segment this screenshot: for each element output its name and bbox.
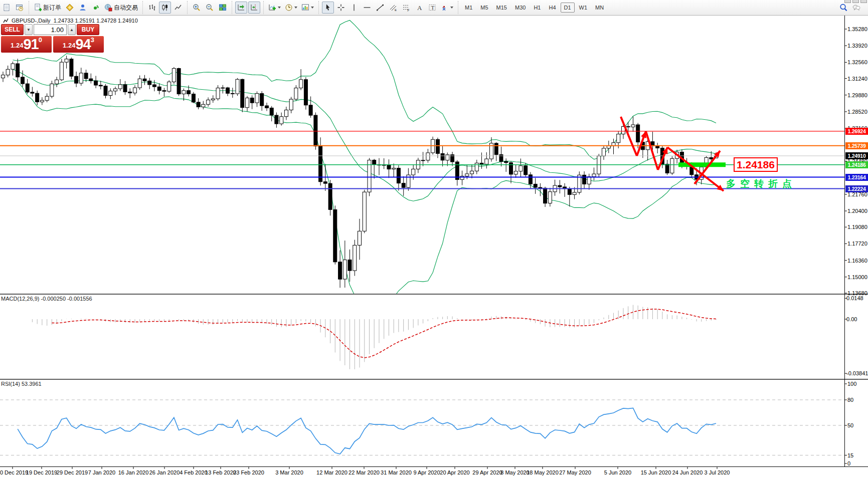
- mql5-community-icon[interactable]: [77, 2, 89, 14]
- svg-text:T: T: [431, 5, 435, 11]
- turning-point-annotation[interactable]: 多空转折点: [726, 177, 796, 190]
- zoom-out-button[interactable]: [204, 2, 216, 14]
- equidistant-channel-button[interactable]: E: [387, 2, 399, 14]
- svg-text:20 Apr 2020: 20 Apr 2020: [440, 469, 469, 475]
- macd-rsi-separator[interactable]: [0, 379, 868, 380]
- toolbar-group-file: [0, 1, 29, 14]
- new-order-button[interactable]: 新订单: [32, 2, 63, 14]
- buy-price-pip: 3: [91, 37, 94, 43]
- dropdown-caret-icon[interactable]: [311, 7, 314, 9]
- timeframe-h1-button[interactable]: H1: [530, 3, 544, 13]
- vertical-line-button[interactable]: [348, 2, 360, 14]
- timeframe-m1-button[interactable]: M1: [461, 3, 476, 13]
- svg-text:F: F: [408, 9, 410, 12]
- volume-input[interactable]: [34, 24, 67, 35]
- timeframe-mn-button[interactable]: MN: [592, 3, 607, 13]
- price-badge-1.24186: 1.24186: [845, 161, 868, 168]
- svg-text:18 May 2020: 18 May 2020: [527, 469, 559, 475]
- trendline-button[interactable]: [374, 2, 386, 14]
- autotrading-button-glyph: [104, 4, 112, 12]
- search-icon-glyph: [839, 4, 847, 12]
- zoom-out-button-glyph: [206, 4, 214, 12]
- price-badge-1.26924: 1.26924: [845, 128, 868, 135]
- fibonacci-button[interactable]: F: [400, 2, 412, 14]
- dropdown-caret-icon[interactable]: [278, 7, 281, 9]
- sell-price-pip: 0: [39, 37, 42, 43]
- horizontal-line-button[interactable]: [361, 2, 373, 14]
- svg-text:1.20400: 1.20400: [847, 208, 867, 214]
- text-button[interactable]: A: [413, 2, 425, 14]
- search-icon[interactable]: [837, 2, 849, 14]
- label-button[interactable]: T: [426, 2, 438, 14]
- periods-button[interactable]: [283, 2, 299, 14]
- svg-text:1.19080: 1.19080: [847, 224, 867, 230]
- chart-shift-button-glyph: [250, 4, 258, 12]
- restore-button[interactable]: [852, 0, 859, 3]
- chat-icon[interactable]: [850, 2, 862, 14]
- volume-down-button[interactable]: ▼: [25, 24, 33, 35]
- main-macd-separator[interactable]: [0, 294, 868, 295]
- line-chart-button[interactable]: [172, 2, 184, 14]
- price-level-annotation[interactable]: 1.24186: [734, 157, 778, 172]
- bar-chart-button[interactable]: [146, 2, 158, 14]
- svg-text:24 Jun 2020: 24 Jun 2020: [672, 469, 703, 475]
- svg-text:29 Apr 2020: 29 Apr 2020: [472, 469, 502, 475]
- bar-chart-button-glyph: [148, 4, 156, 12]
- macd-label: MACD(12,26,9) -0.000250 -0.001556: [1, 296, 92, 302]
- svg-text:1.28520: 1.28520: [847, 109, 867, 115]
- candlestick-button-glyph: [161, 4, 169, 12]
- volume-up-button[interactable]: ▲: [68, 24, 76, 35]
- timeframe-m30-button[interactable]: M30: [511, 3, 529, 13]
- chart-shift-button[interactable]: [248, 2, 260, 14]
- toolbar-group-zoom: [187, 1, 232, 14]
- rsi-label: RSI(14) 53.3961: [1, 381, 42, 387]
- metaeditor-icon[interactable]: [64, 2, 76, 14]
- svg-text:19 Dec 2019: 19 Dec 2019: [26, 469, 57, 475]
- arrows-button[interactable]: [439, 2, 455, 14]
- timeframe-d1-button[interactable]: D1: [561, 3, 575, 13]
- profiles-icon-glyph: [16, 4, 24, 12]
- crosshair-button[interactable]: [335, 2, 347, 14]
- tile-windows-button[interactable]: [217, 2, 229, 14]
- new-chart-icon-glyph: [3, 4, 11, 12]
- indicators-button[interactable]: [267, 2, 282, 14]
- signals-icon[interactable]: [90, 2, 102, 14]
- window-controls: [844, 0, 867, 3]
- buy-price-display[interactable]: 1.24943: [53, 36, 104, 53]
- toolbar-group-chart-type: [142, 1, 187, 14]
- sell-button[interactable]: SELL: [1, 24, 24, 35]
- minimize-button[interactable]: [844, 0, 851, 3]
- auto-scroll-button[interactable]: [235, 2, 247, 14]
- buy-button[interactable]: BUY: [77, 24, 99, 35]
- sell-price-display[interactable]: 1.24910: [1, 36, 52, 53]
- templates-button[interactable]: [300, 2, 315, 14]
- sell-price-big: 91: [23, 37, 38, 52]
- dropdown-caret-icon[interactable]: [294, 7, 297, 9]
- svg-text:1.32560: 1.32560: [847, 59, 867, 65]
- timeframe-m5-button[interactable]: M5: [477, 3, 491, 13]
- label-button-glyph: T: [428, 4, 436, 12]
- autotrading-button[interactable]: 自动交易: [103, 2, 139, 14]
- cursor-button[interactable]: [322, 2, 334, 14]
- one-click-trading-panel: SELL ▼ ▲ BUY 1.24910 1.24943: [1, 24, 104, 53]
- timeframe-m15-button[interactable]: M15: [493, 3, 510, 13]
- arrows-button-glyph: [441, 4, 449, 12]
- zoom-in-button[interactable]: [191, 2, 203, 14]
- svg-text:50: 50: [847, 422, 853, 428]
- profiles-icon[interactable]: [14, 2, 26, 14]
- timeframe-w1-button[interactable]: W1: [576, 3, 591, 13]
- sell-price-prefix: 1.24: [11, 40, 23, 52]
- periods-button-glyph: [285, 4, 293, 12]
- svg-text:15 Jun 2020: 15 Jun 2020: [641, 469, 671, 475]
- zoom-in-button-glyph: [193, 4, 201, 12]
- crosshair-button-glyph: [337, 4, 345, 12]
- svg-text:-0.038415: -0.038415: [846, 370, 868, 376]
- svg-text:12 Mar 2020: 12 Mar 2020: [316, 469, 348, 475]
- svg-text:3 Mar 2020: 3 Mar 2020: [275, 469, 303, 475]
- chart-canvas[interactable]: 1.352801.339201.325601.312401.298801.285…: [0, 0, 868, 477]
- dropdown-caret-icon[interactable]: [450, 7, 453, 9]
- timeframe-h4-button[interactable]: H4: [545, 3, 559, 13]
- close-button[interactable]: [860, 0, 867, 3]
- candlestick-button[interactable]: [159, 2, 171, 14]
- new-chart-icon[interactable]: [1, 2, 13, 14]
